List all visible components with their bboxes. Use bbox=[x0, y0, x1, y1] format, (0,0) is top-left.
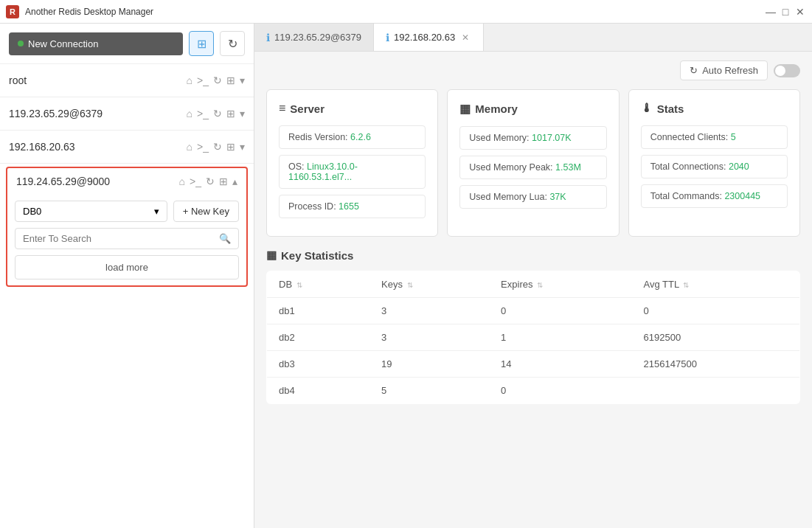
connections-view-button[interactable]: ⊞ bbox=[189, 31, 214, 56]
active-connection-body: DB0 ▾ + New Key 🔍 load more bbox=[7, 195, 246, 285]
memory-icon: ▦ bbox=[459, 102, 471, 116]
stats-row-1: Total Connections: 2040 bbox=[641, 155, 788, 178]
connection-name-1: 119.23.65.29@6379 bbox=[9, 108, 103, 119]
connection-item-icons: ⌂ >_ ↻ ⊞ ▾ bbox=[187, 74, 245, 86]
auto-refresh-label: Auto Refresh bbox=[702, 65, 758, 76]
memory-row-0: Used Memory: 1017.07K bbox=[459, 126, 606, 150]
col-db[interactable]: DB ⇅ bbox=[267, 271, 370, 298]
sort-icon-db: ⇅ bbox=[296, 281, 302, 289]
table-row: db319142156147500 bbox=[267, 351, 800, 378]
cell-keys: 5 bbox=[369, 378, 489, 404]
grid-icon-2: ⊞ bbox=[226, 141, 235, 153]
tab-2-close[interactable]: ✕ bbox=[459, 32, 471, 44]
connections-icon: ⊞ bbox=[197, 37, 207, 51]
refresh-icon-toolbar: ↻ bbox=[690, 65, 698, 76]
terminal-icon-2: >_ bbox=[197, 141, 209, 153]
cell-avg_ttl bbox=[632, 378, 800, 404]
connection-item-icons-1: ⌂ >_ ↻ ⊞ ▾ bbox=[187, 108, 245, 119]
bar-chart-icon: ▦ bbox=[266, 249, 277, 262]
server-row-1: OS: Linux3.10.0-1160.53.1.el7... bbox=[279, 155, 426, 189]
cell-avg_ttl: 2156147500 bbox=[632, 351, 800, 378]
server-card-title: ≡ Server bbox=[279, 102, 426, 115]
cell-db: db4 bbox=[267, 378, 370, 404]
cell-db: db3 bbox=[267, 351, 370, 378]
new-key-button[interactable]: + New Key bbox=[173, 201, 239, 222]
auto-refresh-toggle[interactable] bbox=[774, 64, 800, 77]
active-connection-name: 119.24.65.29@9000 bbox=[16, 176, 110, 187]
stats-card-title: 🌡 Stats bbox=[641, 102, 788, 115]
server-row-2: Process ID: 1655 bbox=[279, 195, 426, 218]
col-keys[interactable]: Keys ⇅ bbox=[369, 271, 489, 298]
stats-card: 🌡 Stats Connected Clients: 5 Total Conne… bbox=[628, 89, 800, 237]
load-more-button[interactable]: load more bbox=[15, 255, 239, 279]
home-icon: ⌂ bbox=[187, 74, 192, 86]
server-row-0: Redis Version: 6.2.6 bbox=[279, 125, 426, 149]
maximize-button[interactable]: □ bbox=[780, 6, 791, 18]
db-select[interactable]: DB0 ▾ bbox=[15, 201, 167, 222]
connection-item-icons-2: ⌂ >_ ↻ ⊞ ▾ bbox=[187, 141, 245, 153]
home-icon-1: ⌂ bbox=[187, 108, 192, 119]
connection-item-root[interactable]: root ⌂ >_ ↻ ⊞ ▾ bbox=[0, 64, 254, 97]
titlebar: R Another Redis Desktop Manager — □ ✕ bbox=[0, 0, 812, 24]
tab-1[interactable]: ℹ 119.23.65.29@6379 bbox=[254, 24, 374, 51]
grid-icon-1: ⊞ bbox=[226, 108, 235, 119]
col-expires[interactable]: Expires ⇅ bbox=[489, 271, 631, 298]
active-connection-header[interactable]: 119.24.65.29@9000 ⌂ >_ ↻ ⊞ ▴ bbox=[7, 168, 246, 195]
window-controls: — □ ✕ bbox=[765, 6, 806, 18]
server-icon: ≡ bbox=[279, 102, 285, 115]
key-statistics-title: ▦ Key Statistics bbox=[266, 249, 800, 262]
main-panel: ℹ 119.23.65.29@6379 ℹ 192.168.20.63 ✕ ↻ … bbox=[254, 24, 812, 528]
search-input[interactable] bbox=[23, 233, 219, 244]
key-statistics-table: DB ⇅ Keys ⇅ Expires ⇅ Avg TTL bbox=[266, 271, 800, 404]
chevron-down-icon-2: ▾ bbox=[240, 141, 245, 153]
grid-icon-active: ⊞ bbox=[219, 176, 228, 187]
grid-icon: ⊞ bbox=[226, 74, 235, 86]
settings-button[interactable]: ↻ bbox=[220, 31, 245, 56]
memory-card: ▦ Memory Used Memory: 1017.07K Used Memo… bbox=[447, 89, 619, 237]
cell-expires: 1 bbox=[489, 324, 631, 351]
tab-2-icon: ℹ bbox=[386, 32, 389, 44]
connection-name-root: root bbox=[9, 74, 27, 86]
sort-icon-expires: ⇅ bbox=[537, 281, 543, 289]
used-memory-lua-value: 37K bbox=[549, 192, 566, 202]
tab-2-label: 192.168.20.63 bbox=[394, 32, 455, 43]
toolbar-row: ↻ Auto Refresh bbox=[266, 60, 800, 80]
redis-version-value: 6.2.6 bbox=[350, 132, 371, 142]
cell-expires: 0 bbox=[489, 378, 631, 404]
new-connection-label: New Connection bbox=[28, 38, 98, 49]
refresh-icon-active: ↻ bbox=[206, 176, 215, 187]
total-commands-value: 2300445 bbox=[724, 191, 760, 201]
chevron-up-icon: ▴ bbox=[232, 176, 237, 187]
app-container: New Connection ⊞ ↻ root ⌂ >_ ↻ ⊞ ▾ bbox=[0, 24, 812, 528]
cell-avg_ttl: 6192500 bbox=[632, 324, 800, 351]
connection-name-2: 192.168.20.63 bbox=[9, 141, 75, 153]
close-button[interactable]: ✕ bbox=[794, 6, 806, 18]
table-row: db450 bbox=[267, 378, 800, 404]
sort-icon-avg-ttl: ⇅ bbox=[683, 281, 689, 289]
app-title: Another Redis Desktop Manager bbox=[25, 7, 765, 17]
stats-row-0: Connected Clients: 5 bbox=[641, 125, 788, 149]
table-row: db1300 bbox=[267, 298, 800, 324]
minimize-button[interactable]: — bbox=[765, 6, 777, 18]
memory-row-2: Used Memory Lua: 37K bbox=[459, 185, 606, 209]
connection-item-1[interactable]: 119.23.65.29@6379 ⌂ >_ ↻ ⊞ ▾ bbox=[0, 97, 254, 131]
auto-refresh-button[interactable]: ↻ Auto Refresh bbox=[680, 60, 768, 80]
active-connection-icons: ⌂ >_ ↻ ⊞ ▴ bbox=[179, 176, 237, 187]
db-row: DB0 ▾ + New Key bbox=[15, 201, 239, 222]
tab-1-label: 119.23.65.29@6379 bbox=[274, 32, 361, 43]
chevron-down-icon-1: ▾ bbox=[240, 108, 245, 119]
home-icon-2: ⌂ bbox=[187, 141, 192, 153]
cell-db: db2 bbox=[267, 324, 370, 351]
connection-item-2[interactable]: 192.168.20.63 ⌂ >_ ↻ ⊞ ▾ bbox=[0, 131, 254, 164]
active-connection-panel: 119.24.65.29@9000 ⌂ >_ ↻ ⊞ ▴ DB0 ▾ bbox=[6, 167, 248, 287]
table-header-row: DB ⇅ Keys ⇅ Expires ⇅ Avg TTL bbox=[267, 271, 800, 298]
terminal-icon: >_ bbox=[197, 74, 209, 86]
chevron-down-icon: ▾ bbox=[240, 74, 245, 86]
col-avg-ttl[interactable]: Avg TTL ⇅ bbox=[632, 271, 800, 298]
tab-2[interactable]: ℹ 192.168.20.63 ✕ bbox=[374, 24, 484, 51]
new-connection-button[interactable]: New Connection bbox=[9, 32, 183, 55]
memory-card-title: ▦ Memory bbox=[459, 102, 606, 116]
cell-avg_ttl: 0 bbox=[632, 298, 800, 324]
cell-keys: 3 bbox=[369, 324, 489, 351]
cell-db: db1 bbox=[267, 298, 370, 324]
